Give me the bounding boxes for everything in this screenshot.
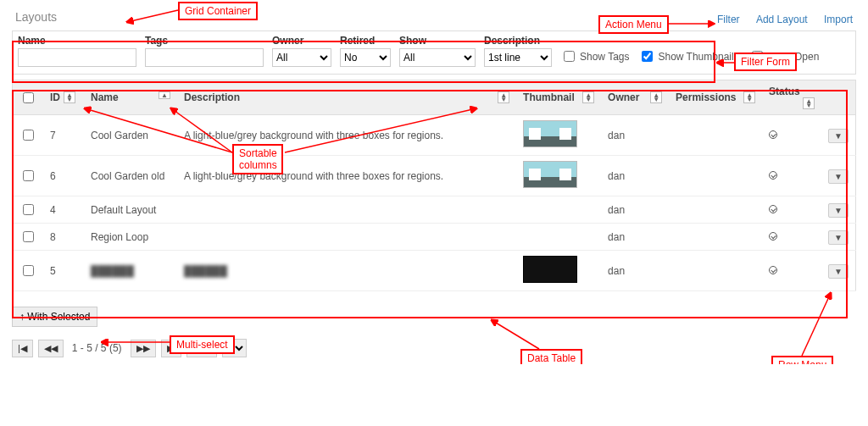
sort-icon[interactable]: ▲▼ <box>803 97 815 109</box>
pager-fwd-button[interactable]: ▶▶ <box>131 340 156 357</box>
cell-description: A light-blue/grey background with three … <box>177 156 516 196</box>
pager: |◀ ◀◀ 1 - 5 / 5 (5) ▶▶ ▶| 20 1 <box>12 339 856 357</box>
action-menu: Filter Add Layout Import <box>704 14 853 25</box>
col-description[interactable]: Description <box>184 91 240 103</box>
cell-description: ██████ <box>177 251 516 291</box>
show-tags-checkbox[interactable] <box>564 51 575 62</box>
filter-name-input[interactable] <box>18 48 136 67</box>
anno-multi-select: Multi-select <box>170 335 235 354</box>
sort-icon[interactable]: ▲▼ <box>498 91 509 103</box>
row-menu-button[interactable]: ▼ <box>828 230 849 245</box>
with-selected-button[interactable]: ↑ With Selected <box>12 307 97 327</box>
col-id[interactable]: ID <box>50 91 60 103</box>
sort-icon[interactable]: ▲▼ <box>64 91 75 103</box>
add-layout-link[interactable]: Add Layout <box>756 14 808 25</box>
anno-action-menu: Action Menu <box>598 15 669 34</box>
table-row: 6Cool Garden oldA light-blue/grey backgr… <box>13 156 856 196</box>
row-select-checkbox[interactable] <box>23 130 34 141</box>
cell-description: A light-blue/grey background with three … <box>177 115 516 156</box>
row-select-checkbox[interactable] <box>23 231 34 242</box>
show-tags-label: Show Tags <box>580 51 629 63</box>
cell-status <box>762 196 821 224</box>
anno-filter-form: Filter Form <box>734 53 797 71</box>
cell-thumbnail <box>516 251 601 291</box>
cell-name: Cool Garden old <box>84 156 177 196</box>
filter-tags-input[interactable] <box>145 48 264 67</box>
cell-id: 4 <box>43 196 84 224</box>
cell-id: 6 <box>43 156 84 196</box>
cell-status <box>762 224 821 251</box>
cell-owner: dan <box>601 196 669 224</box>
filter-show-label: Show <box>399 35 476 47</box>
cell-thumbnail <box>516 224 601 251</box>
filter-name-label: Name <box>18 35 136 47</box>
sort-icon[interactable]: ▲▼ <box>582 91 594 103</box>
cell-status <box>762 251 821 291</box>
filter-owner-label: Owner <box>272 35 331 47</box>
show-thumbnails-label: Show Thumbnails <box>658 51 738 63</box>
row-select-checkbox[interactable] <box>23 265 34 276</box>
row-select-checkbox[interactable] <box>23 170 34 181</box>
cell-id: 5 <box>43 251 84 291</box>
cell-owner: dan <box>601 251 669 291</box>
row-select-checkbox[interactable] <box>23 204 34 215</box>
col-name[interactable]: Name <box>91 91 119 103</box>
col-thumbnail[interactable]: Thumbnail <box>523 91 575 103</box>
data-table: ID▲▼ Name▲ Description▲▼ Thumbnail▲▼ Own… <box>12 80 856 291</box>
cell-description <box>177 196 516 224</box>
sort-icon[interactable]: ▲▼ <box>650 91 662 103</box>
row-menu-button[interactable]: ▼ <box>828 169 849 184</box>
import-link[interactable]: Import <box>824 14 853 25</box>
cell-permissions <box>669 251 762 291</box>
row-menu-button[interactable]: ▼ <box>828 264 849 279</box>
cell-name: Cool Garden <box>84 115 177 156</box>
pager-first-button[interactable]: |◀ <box>12 340 33 357</box>
cell-owner: dan <box>601 115 669 156</box>
cell-id: 7 <box>43 115 84 156</box>
cell-permissions <box>669 224 762 251</box>
filter-tags-label: Tags <box>145 35 264 47</box>
check-circle-icon <box>769 171 777 180</box>
cell-thumbnail <box>516 156 601 196</box>
row-menu-button[interactable]: ▼ <box>828 203 849 218</box>
cell-status <box>762 156 821 196</box>
anno-data-table: Data Table <box>520 349 582 364</box>
table-row: 4Default Layoutdan▼ <box>13 196 856 224</box>
sort-asc-icon[interactable]: ▲ <box>159 91 170 99</box>
row-menu-button[interactable]: ▼ <box>828 129 849 143</box>
check-circle-icon <box>769 232 777 241</box>
check-circle-icon <box>769 205 777 213</box>
table-row: 7Cool GardenA light-blue/grey background… <box>13 115 856 156</box>
filter-show-select[interactable]: All <box>399 48 476 67</box>
anno-sortable: Sortable columns <box>232 144 283 174</box>
check-circle-icon <box>769 130 777 139</box>
col-owner[interactable]: Owner <box>608 91 639 103</box>
cell-description <box>177 224 516 251</box>
cell-owner: dan <box>601 156 669 196</box>
filter-retired-label: Retired <box>340 35 391 47</box>
col-permissions[interactable]: Permissions <box>676 91 736 103</box>
table-row: 8Region Loopdan▼ <box>13 224 856 251</box>
thumbnail-image <box>523 161 577 188</box>
thumbnail-image <box>523 120 577 147</box>
col-status[interactable]: Status <box>769 86 800 97</box>
cell-permissions <box>669 156 762 196</box>
show-thumbnails-checkbox[interactable] <box>642 51 653 62</box>
cell-thumbnail <box>516 115 601 156</box>
pager-prev-button[interactable]: ◀◀ <box>38 340 64 357</box>
cell-name: ██████ <box>84 251 177 291</box>
filter-link[interactable]: Filter <box>717 14 740 25</box>
anno-grid-container: Grid Container <box>178 2 258 20</box>
select-all-checkbox[interactable] <box>23 92 34 103</box>
filter-owner-select[interactable]: All <box>272 48 331 67</box>
cell-name: Default Layout <box>84 196 177 224</box>
check-circle-icon <box>769 266 777 274</box>
filter-retired-select[interactable]: No <box>340 48 391 67</box>
anno-row-menu: Row Menu <box>771 356 833 364</box>
sort-icon[interactable]: ▲▼ <box>743 91 755 103</box>
filter-desc-label: Description <box>484 35 552 47</box>
filter-desc-select[interactable]: 1st line <box>484 48 552 67</box>
cell-id: 8 <box>43 224 84 251</box>
cell-permissions <box>669 115 762 156</box>
filter-form: Name Tags Owner All Retired No Show All … <box>12 30 856 75</box>
